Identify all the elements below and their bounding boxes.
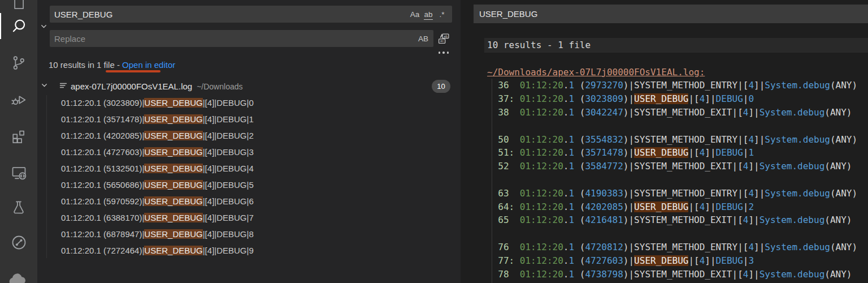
editor-blank-line <box>487 227 868 241</box>
search-result-row[interactable]: 01:12:20.1 (4727603)|USER_DEBUG|[4]|DEBU… <box>37 144 461 160</box>
editor-blank-line <box>487 52 868 66</box>
match-highlight: USER_DEBUG <box>634 201 688 212</box>
editor-code-line: 64: 01:12:20.1 (4202085)|USER_DEBUG|[4]|… <box>487 200 868 214</box>
results-summary-text: 10 results in 1 file - <box>49 60 122 70</box>
editor-code-line: 63 01:12:20.1 (4190383)|SYSTEM_METHOD_EN… <box>487 187 868 200</box>
match-highlight: USER_DEBUG <box>144 131 202 140</box>
editor-search-input-box <box>474 5 868 23</box>
line-number: 52 <box>487 161 520 171</box>
annotation-underline <box>106 70 160 72</box>
match-highlight: USER_DEBUG <box>144 246 202 255</box>
open-in-editor-link[interactable]: Open in editor <box>122 60 175 70</box>
line-number: 64: <box>487 201 520 212</box>
editor-code-line: 50 01:12:20.1 (3554832)|SYSTEM_METHOD_EN… <box>487 133 868 147</box>
results-summary: 10 results in 1 file - Open in editor <box>49 60 175 70</box>
source-control-icon[interactable] <box>0 54 37 71</box>
editor-code-line: 52 01:12:20.1 (3584772)|SYSTEM_METHOD_EX… <box>487 160 868 173</box>
replace-input[interactable] <box>54 34 416 44</box>
preserve-case-toggle[interactable]: AB <box>416 35 430 43</box>
match-highlight: USER_DEBUG <box>144 147 202 157</box>
run-and-debug-icon[interactable] <box>0 91 37 109</box>
svg-text:ab: ab <box>444 35 448 38</box>
editor-code-line: 37: 01:12:20.1 (3023809)|USER_DEBUG|[4]|… <box>487 92 868 106</box>
svg-text:ac: ac <box>440 39 444 42</box>
file-name: apex-07L7j00000FOsV1EAL.log <box>71 82 192 91</box>
chevron-down-icon[interactable] <box>40 81 49 92</box>
editor-summary-line: 10 results - 1 file <box>484 38 868 52</box>
editor-code-line: 76 01:12:20.1 (4720812)|SYSTEM_METHOD_EN… <box>487 241 868 254</box>
editor-blank-line <box>487 173 868 187</box>
search-sidebar: Aa ab .* AB ab ac 10 results in 1 file -… <box>37 0 461 283</box>
search-input-box: Aa ab .* <box>50 6 452 23</box>
toggle-replace-chevron[interactable] <box>38 21 49 31</box>
search-result-row[interactable]: 01:12:20.1 (6878947)|USER_DEBUG|[4]|DEBU… <box>37 226 461 242</box>
line-number: 77: <box>487 255 520 266</box>
match-highlight: USER_DEBUG <box>634 147 688 158</box>
whole-word-toggle[interactable]: ab <box>422 10 435 19</box>
search-result-row[interactable]: 01:12:20.1 (3023809)|USER_DEBUG|[4]|DEBU… <box>37 95 461 111</box>
match-highlight: USER_DEBUG <box>144 229 202 239</box>
testing-beaker-icon[interactable] <box>0 199 37 216</box>
explorer-icon[interactable] <box>0 0 37 11</box>
line-number: 38 <box>487 107 520 118</box>
match-highlight: USER_DEBUG <box>634 255 688 266</box>
result-count-badge: 10 <box>432 80 450 93</box>
match-highlight: USER_DEBUG <box>144 114 202 124</box>
editor-file-path-link[interactable]: ~/Downloads/apex-07L7j00000FOsV1EAL.log: <box>487 66 868 79</box>
match-highlight: USER_DEBUG <box>144 196 202 206</box>
search-result-row[interactable]: 01:12:20.1 (3571478)|USER_DEBUG|[4]|DEBU… <box>37 111 461 127</box>
editor-content[interactable]: 10 results - 1 file~/Downloads/apex-07L7… <box>487 38 868 281</box>
remote-explorer-icon[interactable] <box>0 164 37 181</box>
replace-input-box: AB <box>50 30 433 47</box>
search-result-row[interactable]: 01:12:20.1 (7272464)|USER_DEBUG|[4]|DEBU… <box>37 242 461 259</box>
regex-toggle[interactable]: .* <box>435 10 449 19</box>
replace-all-button[interactable]: ab ac <box>436 31 452 46</box>
more-actions-button[interactable] <box>436 49 452 57</box>
line-number: 63 <box>487 188 520 199</box>
extensions-icon[interactable] <box>0 127 37 144</box>
match-highlight: USER_DEBUG <box>144 180 202 190</box>
match-highlight: USER_DEBUG <box>634 93 688 104</box>
editor-blank-line <box>487 119 868 133</box>
line-number: 36 <box>487 80 520 91</box>
whole-word-label: ab <box>424 10 432 20</box>
match-highlight: USER_DEBUG <box>144 164 202 173</box>
search-input[interactable] <box>54 10 408 19</box>
search-result-row[interactable]: 01:12:20.1 (5970592)|USER_DEBUG|[4]|DEBU… <box>37 193 461 209</box>
search-result-row[interactable]: 01:12:20.1 (4202085)|USER_DEBUG|[4]|DEBU… <box>37 127 461 144</box>
line-number: 65 <box>487 215 520 225</box>
search-result-row[interactable]: 01:12:20.1 (6388170)|USER_DEBUG|[4]|DEBU… <box>37 209 461 226</box>
line-number: 37: <box>487 93 520 104</box>
match-highlight: USER_DEBUG <box>144 213 202 222</box>
line-number: 78 <box>487 269 520 280</box>
search-result-row[interactable]: 01:12:20.1 (5132501)|USER_DEBUG|[4]|DEBU… <box>37 160 461 177</box>
editor-code-line: 65 01:12:20.1 (4216481)|SYSTEM_METHOD_EX… <box>487 213 868 227</box>
line-number: 76 <box>487 242 520 252</box>
search-results-list: 01:12:20.1 (3023809)|USER_DEBUG|[4]|DEBU… <box>37 95 461 259</box>
editor-code-line: 36 01:12:20.1 (2973270)|SYSTEM_METHOD_EN… <box>487 79 868 92</box>
line-number: 51: <box>487 147 520 158</box>
editor-code-line: 38 01:12:20.1 (3042247)|SYSTEM_METHOD_EX… <box>487 106 868 119</box>
search-icon[interactable] <box>0 18 37 35</box>
editor-search-input[interactable] <box>479 9 862 19</box>
activity-bar <box>0 0 37 283</box>
editor-code-line: 78 01:12:20.1 (4738798)|SYSTEM_METHOD_EX… <box>487 268 868 281</box>
org-browser-icon[interactable] <box>0 234 37 251</box>
log-file-icon <box>59 81 68 92</box>
line-number: 50 <box>487 134 520 145</box>
cloud-icon[interactable] <box>0 271 37 283</box>
file-result-row[interactable]: apex-07L7j00000FOsV1EAL.log ~/Downloads … <box>37 78 461 95</box>
match-case-toggle[interactable]: Aa <box>408 10 422 19</box>
file-directory: ~/Downloads <box>197 82 242 91</box>
search-result-row[interactable]: 01:12:20.1 (5650686)|USER_DEBUG|[4]|DEBU… <box>37 177 461 193</box>
search-editor: 10 results - 1 file~/Downloads/apex-07L7… <box>461 0 868 283</box>
editor-code-line: 77: 01:12:20.1 (4727603)|USER_DEBUG|[4]|… <box>487 254 868 268</box>
editor-code-line: 51: 01:12:20.1 (3571478)|USER_DEBUG|[4]|… <box>487 146 868 160</box>
match-highlight: USER_DEBUG <box>144 98 202 108</box>
